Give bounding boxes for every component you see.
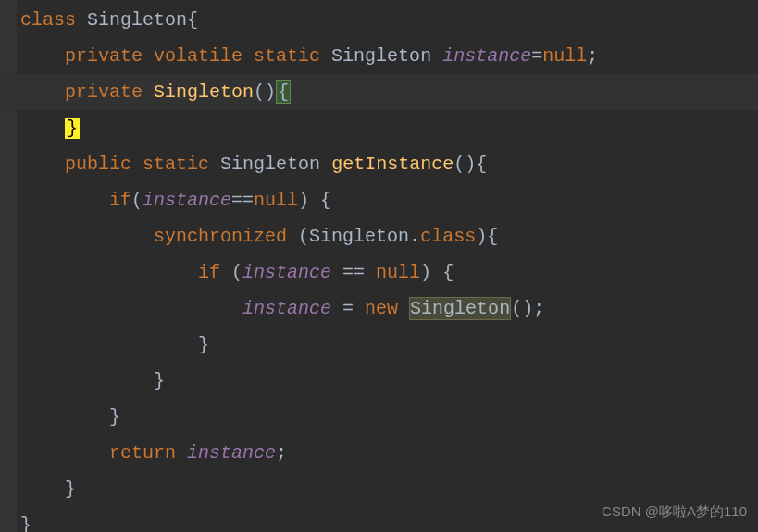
type-name: Singleton — [331, 45, 431, 67]
keyword-if: if — [109, 190, 131, 211]
keyword-static: static — [254, 45, 320, 67]
class-name: Singleton — [87, 9, 187, 31]
brace-open-highlight: { — [276, 80, 291, 104]
brace: { — [476, 154, 487, 175]
keyword-private: private — [65, 81, 143, 103]
code-line[interactable]: if(instance==null) { — [0, 182, 758, 218]
operator: = — [531, 45, 542, 67]
field-instance: instance — [242, 298, 331, 319]
constructor-name: Singleton — [154, 81, 254, 103]
dot: . — [409, 226, 420, 247]
semicolon: ; — [276, 442, 287, 464]
keyword-static: static — [143, 154, 209, 175]
brace: { — [487, 226, 498, 247]
code-line[interactable]: instance = new Singleton(); — [0, 291, 758, 327]
semicolon: ; — [533, 298, 544, 319]
code-line[interactable]: public static Singleton getInstance(){ — [0, 146, 758, 182]
code-line[interactable]: private Singleton(){ — [0, 74, 758, 110]
type-name: Singleton — [220, 154, 320, 175]
keyword-new: new — [365, 298, 398, 319]
code-line[interactable]: if (instance == null) { — [0, 254, 758, 291]
keyword-volatile: volatile — [154, 45, 242, 67]
parentheses: () — [254, 81, 276, 103]
brace: } — [198, 334, 209, 355]
brace: } — [154, 370, 165, 391]
code-line[interactable]: } — [0, 110, 758, 146]
keyword-null: null — [542, 45, 587, 67]
method-name: getInstance — [331, 154, 454, 175]
code-line[interactable]: private volatile static Singleton instan… — [0, 38, 758, 74]
paren-close: ) — [476, 226, 487, 247]
field-instance: instance — [143, 190, 231, 211]
brace: { — [187, 9, 198, 31]
paren-open: ( — [287, 226, 309, 247]
constructor-call-highlight: Singleton — [409, 297, 511, 320]
code-line[interactable]: class Singleton{ — [0, 2, 758, 38]
keyword-return: return — [109, 442, 176, 464]
keyword-public: public — [65, 154, 131, 175]
field-instance: instance — [442, 45, 531, 67]
keyword-if: if — [198, 262, 220, 283]
keyword-synchronized: synchronized — [154, 226, 287, 247]
paren-open: ( — [131, 190, 143, 211]
code-line[interactable]: synchronized (Singleton.class){ — [0, 218, 758, 254]
keyword-private: private — [65, 45, 143, 67]
parentheses: () — [511, 298, 533, 319]
operator: == — [231, 190, 254, 211]
brace: { — [309, 190, 331, 211]
operator: == — [331, 262, 376, 283]
watermark-text: CSDN @哆啦A梦的110 — [602, 498, 747, 525]
code-line[interactable]: } — [0, 327, 758, 363]
code-line[interactable]: } — [0, 399, 758, 435]
brace: } — [65, 478, 76, 500]
keyword-null: null — [254, 190, 298, 211]
code-editor[interactable]: class Singleton{ private volatile static… — [0, 0, 758, 532]
keyword-class: class — [20, 9, 76, 31]
field-instance: instance — [242, 262, 331, 283]
keyword-class: class — [420, 226, 476, 247]
type-name: Singleton — [309, 226, 409, 247]
brace: } — [109, 406, 120, 427]
code-line[interactable]: } — [0, 363, 758, 399]
field-instance: instance — [187, 442, 276, 464]
paren-close: ) — [298, 190, 309, 211]
brace-close-matched: } — [65, 118, 80, 139]
semicolon: ; — [587, 45, 598, 67]
parentheses: () — [454, 154, 476, 175]
keyword-null: null — [376, 262, 420, 283]
brace: } — [20, 514, 31, 532]
operator: = — [331, 298, 365, 319]
code-line[interactable]: return instance; — [0, 435, 758, 471]
brace: { — [431, 262, 454, 283]
paren-open: ( — [220, 262, 242, 283]
paren-close: ) — [420, 262, 431, 283]
